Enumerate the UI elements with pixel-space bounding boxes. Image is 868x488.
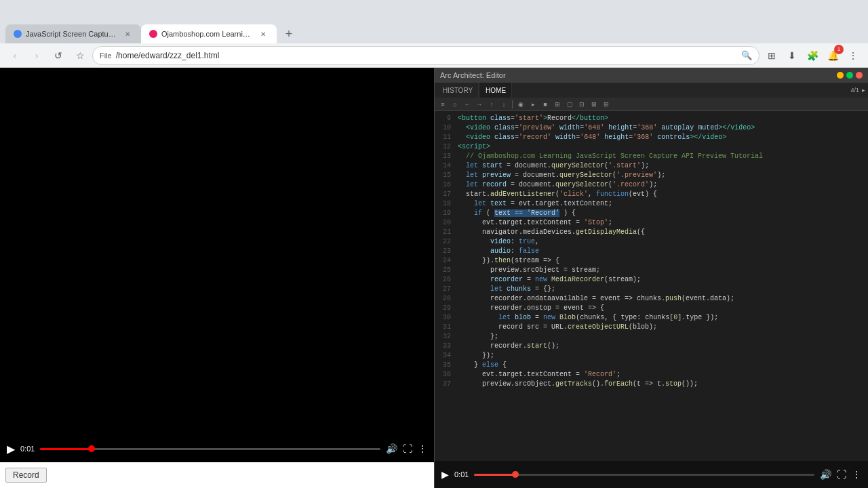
- editor-tab-history[interactable]: HISTORY: [437, 83, 479, 98]
- page-content: ▶ 0:01 🔊 ⛶ ⋮ Record Arc Architect: Edito…: [0, 68, 868, 488]
- browser-toolbar: ‹ › ↺ ☆ File /home/edward/zzz_del1.html …: [0, 43, 868, 68]
- editor-title: Arc Architect: Editor: [440, 71, 506, 79]
- editor-toolbar: ≡ ⌂ ← → ↑ ↓ ◉ ▸ ■ ⊞ ▢ ⊡ ⊠ ⊞: [435, 98, 868, 111]
- tab-1-close[interactable]: ✕: [122, 28, 133, 39]
- editor-menu-icon[interactable]: ≡: [437, 99, 448, 110]
- tab-2-label: Ojamboshop.com Learning...: [161, 30, 254, 38]
- editor-dotted-box-icon[interactable]: ⊡: [576, 99, 587, 110]
- editor-up-arrow-icon[interactable]: ↑: [486, 99, 497, 110]
- right-progress-fill: [474, 474, 515, 476]
- right-video-player-bar: ▶ 0:01 🔊 ⛶ ⋮: [435, 461, 868, 488]
- left-panel: ▶ 0:01 🔊 ⛶ ⋮ Record: [0, 68, 434, 488]
- tab-2-close[interactable]: ✕: [258, 28, 269, 39]
- toolbar-actions: ⊞ ⬇ 🧩 🔔 1 ⋮: [762, 46, 863, 65]
- editor-stop-icon[interactable]: ■: [540, 99, 551, 110]
- editor-box-icon[interactable]: ▢: [564, 99, 575, 110]
- right-volume-button[interactable]: 🔊: [820, 469, 831, 480]
- screen-cast-button[interactable]: ⊞: [762, 46, 781, 65]
- address-text: /home/edward/zzz_del1.html: [116, 51, 737, 60]
- tab-2-icon: [149, 30, 157, 38]
- progress-bar[interactable]: [40, 448, 380, 450]
- more-options-button[interactable]: ⋮: [418, 443, 427, 454]
- editor-right-arrow-icon[interactable]: →: [474, 99, 485, 110]
- editor-toolbar-divider: [512, 100, 513, 108]
- editor-tabs-bar: HISTORY HOME 4/1 ▸: [435, 83, 868, 98]
- play-button[interactable]: ▶: [7, 443, 15, 455]
- editor-tab-home[interactable]: HOME: [480, 83, 512, 98]
- record-button[interactable]: Record: [5, 468, 47, 483]
- volume-button[interactable]: 🔊: [386, 443, 397, 454]
- progress-dot: [88, 445, 95, 452]
- video-player-bar: ▶ 0:01 🔊 ⛶ ⋮: [0, 435, 434, 462]
- right-progress-bar[interactable]: [474, 474, 814, 476]
- editor-window-controls: [837, 72, 863, 79]
- editor-close-button[interactable]: [856, 72, 863, 79]
- editor-code-content: 910111213 1415161718 1920212223 24252627…: [435, 111, 868, 461]
- editor-titlebar: Arc Architect: Editor: [435, 68, 868, 83]
- editor-tab-right-controls: 4/1 ▸: [850, 87, 865, 94]
- browser-tabs-container: JavaScript Screen Capture API ... ✕ Ojam…: [0, 20, 868, 43]
- record-button-container: Record: [0, 462, 434, 488]
- editor-col-info: ▸: [862, 87, 865, 94]
- back-button[interactable]: ‹: [5, 46, 24, 65]
- address-search-icon: 🔍: [741, 50, 752, 60]
- fullscreen-button[interactable]: ⛶: [403, 443, 412, 454]
- right-time-display: 0:01: [454, 470, 469, 479]
- notification-badge: 1: [834, 45, 844, 54]
- line-numbers: 910111213 1415161718 1920212223 24252627…: [435, 111, 455, 461]
- right-more-button[interactable]: ⋮: [852, 469, 861, 480]
- forward-button[interactable]: ›: [27, 46, 46, 65]
- editor-grid2-icon[interactable]: ⊞: [601, 99, 612, 110]
- editor-down-arrow-icon[interactable]: ↓: [498, 99, 509, 110]
- time-display: 0:01: [20, 445, 35, 453]
- editor-dot-icon[interactable]: ◉: [515, 99, 526, 110]
- new-tab-button[interactable]: +: [279, 24, 298, 43]
- browser-chrome: JavaScript Screen Capture API ... ✕ Ojam…: [0, 0, 868, 68]
- progress-fill: [40, 448, 91, 450]
- code-editor-panel: Arc Architect: Editor HISTORY HOME 4/1 ▸…: [434, 68, 868, 488]
- editor-minimize-button[interactable]: [837, 72, 844, 79]
- video-preview-area: [0, 68, 434, 462]
- protocol-icon: File: [100, 52, 112, 60]
- editor-line-info: 4/1: [850, 87, 859, 94]
- tab-1-label: JavaScript Screen Capture API ...: [26, 30, 118, 38]
- editor-home-icon[interactable]: ⌂: [450, 99, 460, 110]
- browser-tab-2[interactable]: Ojamboshop.com Learning... ✕: [141, 24, 277, 43]
- editor-play-icon[interactable]: ▸: [528, 99, 538, 110]
- extensions-wrapper: 🧩: [803, 46, 822, 65]
- editor-grid-icon[interactable]: ⊞: [552, 99, 563, 110]
- extensions-button[interactable]: 🧩: [803, 46, 822, 65]
- download-button[interactable]: ⬇: [783, 46, 802, 65]
- right-fullscreen-button[interactable]: ⛶: [837, 469, 846, 480]
- right-progress-dot: [512, 471, 519, 478]
- tab-1-icon: [14, 30, 22, 38]
- editor-left-arrow-icon[interactable]: ←: [462, 99, 473, 110]
- code-display[interactable]: <button class='start'>Record</button> <v…: [455, 111, 868, 461]
- right-play-button[interactable]: ▶: [441, 469, 449, 480]
- menu-button[interactable]: ⋮: [844, 46, 863, 65]
- editor-checked-box-icon[interactable]: ⊠: [589, 99, 599, 110]
- notifications-wrapper: 🔔 1: [823, 46, 842, 65]
- address-bar[interactable]: File /home/edward/zzz_del1.html 🔍: [92, 46, 760, 65]
- browser-titlebar: [0, 0, 868, 20]
- refresh-button[interactable]: ↺: [49, 46, 68, 65]
- bookmark-button[interactable]: ☆: [71, 46, 90, 65]
- editor-maximize-button[interactable]: [846, 72, 853, 79]
- browser-tab-1[interactable]: JavaScript Screen Capture API ... ✕: [5, 24, 141, 43]
